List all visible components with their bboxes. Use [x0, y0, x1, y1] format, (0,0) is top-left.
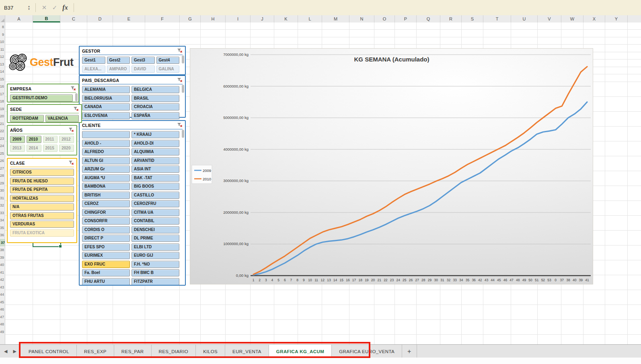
sheet-tab-panel-control[interactable]: PANEL CONTROL: [21, 345, 77, 358]
row-header-21[interactable]: 21: [0, 120, 4, 128]
row-header-23[interactable]: 23: [0, 135, 4, 143]
row-header-22[interactable]: 22: [0, 127, 4, 135]
slicer-item--kraaij[interactable]: * KRAAIJ: [131, 131, 179, 138]
row-header-15[interactable]: 15: [0, 76, 4, 83]
row-header-44[interactable]: 44: [0, 291, 4, 299]
row-header-28[interactable]: 28: [0, 172, 4, 180]
slicer-item-gest4[interactable]: Gest4: [156, 57, 180, 64]
slicer-item-altun-gi[interactable]: ALTUN GI: [82, 157, 130, 164]
slicer-scrollbar[interactable]: [182, 85, 184, 93]
slicer-item-consorfr[interactable]: CONSORFR: [82, 217, 130, 225]
clear-filter-icon[interactable]: [73, 106, 79, 113]
slicer-item-bambona[interactable]: BAMBONA: [82, 183, 130, 190]
row-header-42[interactable]: 42: [0, 276, 4, 284]
slicer-item-bak-tat[interactable]: BAK -TAT: [131, 174, 179, 182]
slicer-item-gest3[interactable]: Gest3: [131, 57, 155, 64]
slicer-item-british[interactable]: BRITISH: [82, 192, 130, 199]
column-header-v[interactable]: V: [538, 15, 561, 22]
row-header-40[interactable]: 40: [0, 261, 4, 269]
slicer-item-2010[interactable]: 2010: [27, 136, 41, 143]
sheet-tab-res-par[interactable]: RES_PAR: [114, 345, 152, 358]
slicer-scrollbar[interactable]: [182, 55, 184, 63]
row-header-37[interactable]: 37: [0, 239, 5, 247]
column-header-j[interactable]: J: [251, 15, 274, 22]
enter-icon[interactable]: ✓: [49, 4, 60, 11]
column-header-c[interactable]: C: [60, 15, 87, 22]
column-header-b[interactable]: B: [33, 15, 60, 22]
clear-filter-icon[interactable]: [68, 127, 74, 134]
slicer-item-hortalizas[interactable]: HORTALIZAS: [10, 195, 74, 202]
slicer-item-2014[interactable]: 2014: [27, 145, 41, 152]
row-header-16[interactable]: 16: [0, 83, 4, 90]
row-header-18[interactable]: 18: [0, 98, 4, 105]
sheet-tab-kilos[interactable]: KILOS: [196, 345, 225, 358]
slicer-item-fhu-artu[interactable]: FHU ARTU: [82, 278, 130, 285]
slicer-item-fh-bmc-b[interactable]: FH BMC B: [131, 269, 179, 276]
slicer-item-castillo[interactable]: CASTILLO: [131, 192, 179, 199]
row-header-47[interactable]: 47: [0, 313, 4, 321]
row-header-13[interactable]: 13: [0, 61, 4, 68]
column-header-w[interactable]: W: [561, 15, 583, 22]
row-header-31[interactable]: 31: [0, 194, 4, 202]
slicer-item-contabil[interactable]: CONTABIL: [131, 217, 179, 225]
sheet-tab-res-diario[interactable]: RES_DIARIO: [152, 345, 196, 358]
clear-filter-icon[interactable]: [70, 85, 76, 92]
slicer-item-verduras[interactable]: VERDURAS: [10, 221, 74, 228]
slicer-item-fruta-de-pepita[interactable]: FRUTA DE PEPITA: [10, 186, 74, 193]
column-header-i[interactable]: I: [226, 15, 251, 22]
slicer-item-alquimia[interactable]: ALQUIMIA: [131, 148, 179, 155]
name-box-spinner[interactable]: ▲▼: [26, 3, 32, 12]
slicer-item-cordis-o[interactable]: CORDIS O: [82, 226, 130, 233]
row-header-9[interactable]: 9: [0, 31, 4, 39]
slicer-item-galina[interactable]: GALINA: [156, 65, 180, 73]
slicer-item-bielorrusia[interactable]: BIELORRUSIA: [82, 95, 130, 102]
slicer-item-alfredo[interactable]: ALFREDO: [82, 148, 130, 155]
select-all-corner[interactable]: [0, 15, 5, 22]
column-header-o[interactable]: O: [374, 15, 395, 22]
slicer-item-fruta-exotica[interactable]: FRUTA EXOTICA: [10, 229, 74, 237]
column-header-y[interactable]: Y: [605, 15, 628, 22]
column-header-r[interactable]: R: [440, 15, 462, 22]
slicer-item-denschei[interactable]: DENSCHEI: [131, 226, 179, 233]
slicer-item-croacia[interactable]: CROACIA: [131, 103, 179, 110]
row-header-19[interactable]: 19: [0, 105, 4, 113]
row-header-12[interactable]: 12: [0, 53, 4, 61]
slicer-item-alemania[interactable]: ALEMANIA: [82, 86, 130, 93]
add-sheet-button[interactable]: +: [402, 345, 417, 358]
slicer-scrollbar[interactable]: [182, 130, 184, 138]
slicer-item-direct-p[interactable]: DIRECT P: [82, 235, 130, 242]
row-header-14[interactable]: 14: [0, 68, 4, 76]
slicer-item-eurimex[interactable]: EURIMEX: [82, 252, 130, 259]
column-header-t[interactable]: T: [483, 15, 511, 22]
row-header-11[interactable]: 11: [0, 46, 4, 53]
slicer-item-f-h-no[interactable]: F.H. *NO: [131, 261, 179, 268]
slicer-item-rotterdam[interactable]: ROTTERDAM: [10, 115, 44, 122]
row-header-32[interactable]: 32: [0, 202, 4, 209]
slicer-item-big-boos[interactable]: BIG BOOS: [131, 183, 179, 190]
column-header-k[interactable]: K: [274, 15, 298, 22]
slicer-item-eslovenia[interactable]: ESLOVENIA: [82, 112, 130, 119]
slicer-scrollbar[interactable]: [75, 93, 78, 101]
slicer-item-otras-frutas[interactable]: OTRAS FRUTAS: [10, 212, 74, 219]
cancel-icon[interactable]: ✕: [39, 4, 49, 11]
slicer-item-gestfrut-demo[interactable]: GESTFRUT-DEMO: [10, 94, 73, 102]
row-header-43[interactable]: 43: [0, 284, 4, 291]
slicer-item-alexa-[interactable]: ALEXA...: [82, 65, 105, 73]
row-header-41[interactable]: 41: [0, 269, 4, 276]
slicer-item-amparo[interactable]: AMPARO: [107, 65, 130, 73]
row-header-27[interactable]: 27: [0, 165, 4, 172]
slicer-item-2011[interactable]: 2011: [43, 136, 58, 143]
slicer-item-valencia[interactable]: VALENCIA: [45, 115, 79, 122]
column-header-a[interactable]: A: [5, 15, 33, 22]
clear-filter-icon[interactable]: [177, 77, 183, 84]
row-header-26[interactable]: 26: [0, 157, 4, 165]
slicer-item-augma-u[interactable]: AUGMA *U: [82, 174, 130, 182]
slicer-item-espa-a[interactable]: ESPAÑA: [131, 112, 179, 119]
row-header-8[interactable]: 8: [0, 23, 4, 31]
row-header-30[interactable]: 30: [0, 187, 4, 194]
slicer-item-brasil[interactable]: BRASIL: [131, 95, 179, 102]
column-header-e[interactable]: E: [113, 15, 145, 22]
slicer-item-citricos[interactable]: CITRICOS: [10, 169, 74, 176]
slicer-item-fa-boel[interactable]: Fa. Boel: [82, 269, 130, 276]
name-box[interactable]: B37: [2, 3, 26, 12]
